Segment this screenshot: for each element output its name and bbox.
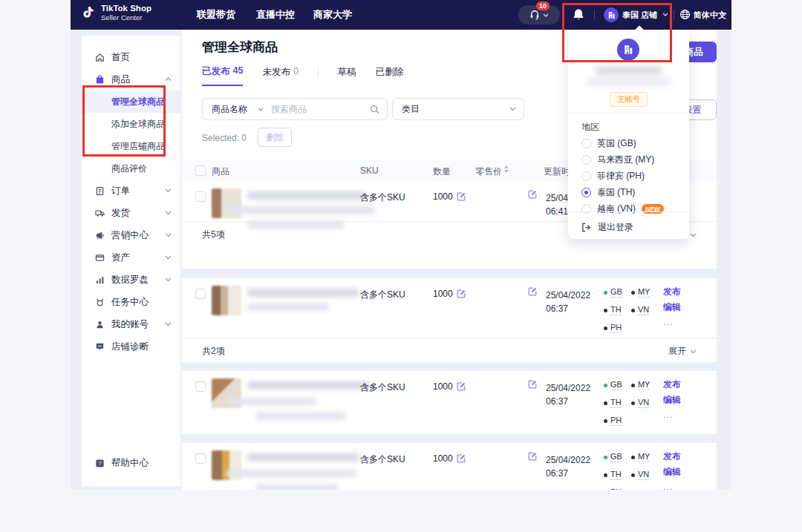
- row-checkbox[interactable]: [195, 289, 206, 299]
- radio-selected-icon[interactable]: [581, 188, 591, 197]
- sidebar-item-product[interactable]: 商品: [82, 68, 180, 91]
- top-navbar: TikTok Shop Seller Center 联盟带货 直播中控 商家大学…: [71, 0, 731, 30]
- sidebar-item-shipping[interactable]: 发货: [82, 202, 180, 224]
- sidebar-item-data-compass[interactable]: 数据罗盘: [82, 269, 180, 291]
- expand-toggle[interactable]: 展开: [668, 345, 697, 358]
- edit-link[interactable]: 编辑: [663, 466, 681, 479]
- region-tag-ph[interactable]: PH: [604, 323, 622, 333]
- region-tag-ph[interactable]: PH: [604, 487, 622, 490]
- edit-icon[interactable]: [457, 382, 466, 391]
- sidebar-item-assets[interactable]: 资产: [82, 246, 180, 269]
- group-count: 共2项: [202, 345, 225, 358]
- region-option-my[interactable]: 马来西亚 (MY): [581, 154, 654, 166]
- nav-link-live[interactable]: 直播中控: [256, 0, 295, 30]
- region-tag-gb[interactable]: GB: [604, 287, 622, 298]
- shop-avatar[interactable]: [604, 7, 619, 22]
- nav-link-affiliate[interactable]: 联盟带货: [197, 0, 235, 30]
- region-code: GB: [610, 287, 622, 298]
- tab-label: 已发布: [202, 65, 230, 78]
- nav-link-academy[interactable]: 商家大学: [313, 0, 352, 30]
- search-field-select[interactable]: 商品名称: [203, 103, 271, 116]
- sidebar-item-shop-diagnosis[interactable]: 店铺诊断: [82, 335, 180, 358]
- search-field-label: 商品名称: [212, 103, 247, 116]
- region-tag-my[interactable]: MY: [631, 380, 651, 390]
- region-option-gb[interactable]: 英国 (GB): [581, 137, 636, 150]
- sort-icon[interactable]: [504, 165, 509, 173]
- publish-link[interactable]: 发布: [663, 286, 681, 298]
- select-all-checkbox[interactable]: [195, 165, 206, 176]
- sidebar-item-task-center[interactable]: 任务中心: [82, 291, 180, 313]
- region-tag-th[interactable]: TH: [604, 470, 622, 480]
- price-edit-cell: [528, 287, 537, 296]
- edit-icon[interactable]: [457, 454, 466, 463]
- radio-unselected-icon[interactable]: [581, 139, 591, 148]
- sidebar-subitem-manage-shop[interactable]: 管理店铺商品: [82, 135, 180, 157]
- radio-unselected-icon[interactable]: [581, 171, 591, 181]
- region-option-ph[interactable]: 菲律宾 (PH): [581, 170, 645, 183]
- sidebar-item-order[interactable]: 订单: [82, 180, 180, 202]
- sidebar-subitem-reviews[interactable]: 商品评价: [82, 157, 180, 180]
- region-tag-ph[interactable]: PH: [604, 416, 622, 426]
- sidebar-item-marketing[interactable]: 营销中心: [82, 224, 180, 246]
- qty-cell: 1000: [433, 289, 466, 299]
- sidebar-item-home[interactable]: 首页: [82, 46, 180, 68]
- sidebar-item-label: 营销中心: [111, 229, 149, 242]
- edit-icon[interactable]: [528, 452, 537, 461]
- more-actions-link[interactable]: ...: [663, 317, 681, 327]
- publish-link[interactable]: 发布: [663, 450, 681, 463]
- more-actions-link[interactable]: ...: [663, 410, 681, 420]
- edit-icon[interactable]: [528, 380, 537, 389]
- blurred-account-name: [587, 79, 671, 85]
- edit-link[interactable]: 编辑: [663, 301, 681, 314]
- sidebar-subitem-add-global[interactable]: 添加全球商品: [82, 113, 180, 135]
- region-option-label: 英国 (GB): [597, 137, 636, 150]
- tiktok-shop-logo[interactable]: TikTok Shop Seller Center: [81, 4, 151, 22]
- more-actions-link[interactable]: ...: [663, 482, 681, 490]
- globe-icon[interactable]: [679, 9, 691, 20]
- region-option-th[interactable]: 泰国 (TH): [581, 186, 635, 199]
- region-tag-gb[interactable]: GB: [604, 452, 622, 462]
- region-tag-vn[interactable]: VN: [631, 470, 651, 480]
- search-icon[interactable]: [370, 105, 379, 114]
- edit-icon[interactable]: [528, 190, 537, 199]
- search-input[interactable]: [271, 104, 362, 114]
- edit-icon[interactable]: [528, 287, 537, 296]
- tab-unpublished[interactable]: 未发布 0: [262, 66, 298, 85]
- sku-cell: 含多个SKU: [360, 381, 405, 394]
- radio-unselected-icon[interactable]: [581, 155, 591, 165]
- help-center-pill[interactable]: 10: [518, 5, 560, 24]
- row-checkbox[interactable]: [195, 453, 206, 464]
- shop-account-label[interactable]: 泰国 店铺: [622, 10, 657, 21]
- row-checkbox[interactable]: [195, 381, 206, 392]
- region-option-vn[interactable]: 越南 (VN) NEW: [581, 203, 664, 215]
- region-tag-vn[interactable]: VN: [631, 398, 651, 408]
- sidebar-item-help-center[interactable]: ? 帮助中心: [82, 452, 180, 474]
- region-tag-gb[interactable]: GB: [604, 380, 622, 390]
- delete-button[interactable]: 删除: [258, 128, 292, 147]
- sidebar-item-my-account[interactable]: 我的账号: [82, 313, 180, 335]
- publish-link[interactable]: 发布: [663, 378, 681, 391]
- region-tag-vn[interactable]: VN: [631, 305, 651, 315]
- edit-link[interactable]: 编辑: [663, 394, 681, 407]
- tab-draft[interactable]: 草稿: [338, 66, 356, 85]
- category-select[interactable]: 类目: [392, 98, 524, 120]
- region-tag-th[interactable]: TH: [604, 305, 622, 315]
- region-tag-my[interactable]: MY: [631, 452, 651, 462]
- row-checkbox[interactable]: [195, 191, 206, 202]
- tab-published[interactable]: 已发布 45: [202, 65, 243, 86]
- region-code: PH: [610, 323, 622, 333]
- edit-icon[interactable]: [457, 192, 466, 201]
- radio-unselected-icon[interactable]: [581, 204, 591, 214]
- notifications-bell-icon[interactable]: [573, 8, 584, 21]
- sidebar-item-label: 商品: [111, 73, 130, 86]
- group-gap: [182, 362, 717, 371]
- region-tag-my[interactable]: MY: [631, 287, 651, 298]
- status-dot: [604, 473, 607, 477]
- tab-deleted[interactable]: 已删除: [376, 66, 404, 85]
- logout-item[interactable]: 退出登录: [581, 221, 633, 234]
- sidebar-subitem-manage-global[interactable]: 管理全球商品: [82, 91, 180, 113]
- region-tag-th[interactable]: TH: [604, 398, 622, 408]
- edit-icon[interactable]: [457, 289, 466, 298]
- main-account-badge: 主账号: [610, 92, 648, 107]
- region-option-label: 泰国 (TH): [597, 186, 635, 199]
